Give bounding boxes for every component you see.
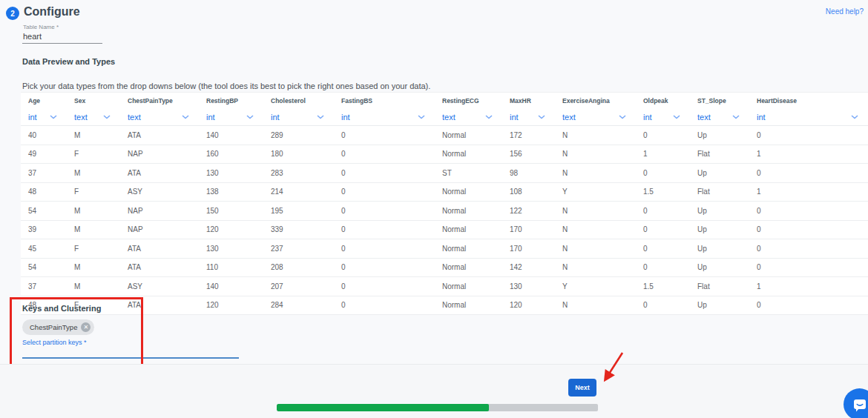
type-select-RestingBP[interactable]: int — [199, 113, 263, 122]
table-cell: 0 — [636, 245, 690, 253]
table-cell: 207 — [263, 282, 334, 291]
progress-bar-fill — [277, 404, 489, 411]
table-cell: 130 — [199, 169, 263, 177]
type-select-value: int — [206, 113, 215, 122]
table-cell: Normal — [435, 150, 502, 158]
table-cell: 156 — [502, 150, 555, 158]
table-cell: ATA — [120, 245, 199, 253]
table-cell: 120 — [199, 301, 263, 309]
table-cell: 138 — [199, 188, 263, 196]
chevron-down-icon — [851, 115, 858, 119]
table-cell: 120 — [502, 301, 555, 309]
type-select-Oldpeak[interactable]: int — [636, 113, 690, 122]
table-cell: 0 — [334, 282, 435, 291]
chevron-down-icon — [732, 115, 740, 119]
table-cell: 54 — [21, 207, 67, 215]
table-cell: 283 — [263, 169, 334, 177]
type-select-Age[interactable]: int — [21, 113, 67, 122]
table-cell: 214 — [263, 188, 334, 196]
chevron-down-icon — [619, 115, 626, 119]
table-header-row: AgeSexChestPainTypeRestingBPCholesterolF… — [21, 93, 868, 108]
table-cell: 170 — [502, 245, 555, 253]
table-cell: 0 — [749, 131, 868, 139]
type-select-value: text — [562, 113, 576, 122]
column-header-Age: Age — [21, 97, 67, 104]
table-cell: Up — [690, 207, 749, 215]
chat-bubble-icon — [851, 396, 868, 414]
table-cell: Normal — [435, 207, 502, 215]
type-select-ChestPainType[interactable]: text — [120, 113, 199, 122]
column-header-RestingBP: RestingBP — [199, 97, 263, 104]
table-cell: Up — [690, 263, 749, 271]
type-select-value: int — [28, 113, 37, 122]
chat-button[interactable] — [844, 388, 868, 418]
table-cell: F — [67, 245, 120, 253]
table-cell: M — [67, 263, 120, 271]
type-select-value: text — [697, 113, 711, 122]
table-cell: Flat — [690, 188, 749, 196]
column-header-ST_Slope: ST_Slope — [690, 97, 749, 104]
table-cell: 195 — [263, 207, 334, 215]
table-cell: 0 — [334, 169, 435, 177]
table-cell: ASY — [120, 188, 199, 196]
type-select-value: int — [510, 113, 519, 122]
table-cell: 45 — [21, 245, 67, 253]
table-cell: 0 — [636, 207, 690, 215]
need-help-link[interactable]: Need help? — [826, 7, 864, 16]
chevron-down-icon — [317, 115, 324, 119]
type-select-value: int — [271, 113, 280, 122]
chevron-down-icon — [103, 115, 111, 119]
type-select-RestingECG[interactable]: text — [435, 113, 502, 122]
progress-bar — [277, 404, 598, 411]
table-cell: 142 — [502, 263, 555, 271]
type-select-ExerciseAngina[interactable]: text — [555, 113, 636, 122]
table-cell: 237 — [263, 245, 334, 253]
table-row: 37MASY1402070Normal130Y1.5Flat1 — [21, 277, 868, 296]
page-title: Configure — [24, 5, 80, 19]
table-cell: N — [555, 245, 636, 253]
table-cell: ST — [435, 169, 502, 177]
table-cell: Up — [690, 301, 749, 309]
type-select-HeartDisease[interactable]: int — [749, 113, 868, 122]
table-cell: NAP — [120, 207, 199, 215]
type-select-value: text — [128, 113, 141, 122]
type-select-FastingBS[interactable]: int — [334, 113, 435, 122]
table-cell: Y — [555, 188, 636, 196]
table-cell: Flat — [690, 282, 749, 291]
type-select-value: text — [442, 113, 456, 122]
table-row: 39MNAP1203390Normal170N0Up0 — [21, 221, 868, 240]
type-select-Cholesterol[interactable]: int — [263, 113, 334, 122]
type-select-value: int — [757, 113, 766, 122]
table-cell: 0 — [749, 169, 868, 177]
table-cell: 120 — [199, 225, 263, 233]
table-name-input[interactable]: heart — [23, 32, 42, 41]
table-cell: 0 — [636, 263, 690, 271]
table-cell: M — [67, 131, 120, 139]
type-select-value: int — [341, 113, 350, 122]
table-cell: 284 — [263, 301, 334, 309]
table-cell: 98 — [502, 169, 555, 177]
table-cell: ATA — [120, 263, 199, 271]
table-cell: 54 — [21, 263, 67, 271]
type-select-ST_Slope[interactable]: text — [690, 113, 749, 122]
type-select-value: int — [643, 113, 652, 122]
table-row: 48FATA1202840Normal120N0Up0 — [21, 296, 868, 316]
table-row: 48FASY1382140Normal108Y1.5Flat1 — [21, 183, 868, 202]
table-cell: 48 — [21, 188, 67, 196]
step-number-badge: 2 — [6, 7, 19, 20]
type-select-Sex[interactable]: text — [67, 113, 120, 122]
chevron-down-icon — [418, 115, 425, 119]
next-button[interactable]: Next — [568, 379, 596, 397]
table-cell: Normal — [435, 188, 502, 196]
table-cell: 0 — [334, 207, 435, 215]
table-cell: 37 — [21, 282, 67, 291]
table-cell: 1.5 — [636, 188, 690, 196]
table-cell: 1 — [636, 150, 690, 158]
chevron-down-icon — [246, 115, 254, 119]
table-cell: 160 — [199, 150, 263, 158]
column-header-FastingBS: FastingBS — [334, 97, 435, 104]
table-cell: 108 — [502, 188, 555, 196]
chevron-down-icon — [485, 115, 493, 119]
type-select-MaxHR[interactable]: int — [502, 113, 555, 122]
table-cell: ATA — [120, 131, 199, 139]
